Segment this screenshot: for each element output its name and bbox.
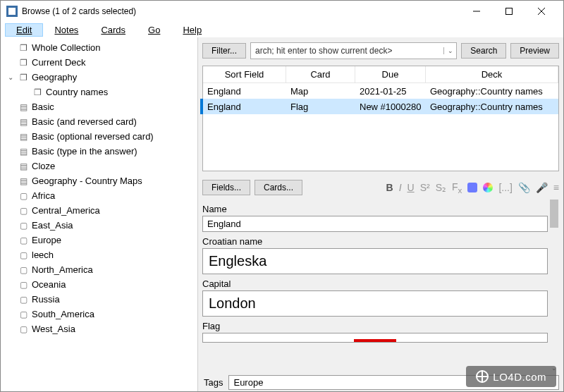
sidebar-item-label: Basic (optional reversed card) xyxy=(32,131,154,142)
flag-field[interactable] xyxy=(202,333,548,343)
sidebar-item[interactable]: ▤Basic (optional reversed card) xyxy=(1,129,197,144)
main-panel: Filter... arch; hit enter to show curren… xyxy=(198,37,563,391)
table-row[interactable]: EnglandMap2021-01-25Geography::Country n… xyxy=(203,83,558,99)
italic-icon[interactable]: I xyxy=(399,182,402,193)
table-cell: Geography::Country names xyxy=(426,83,558,99)
bold-icon[interactable]: B xyxy=(386,182,393,193)
sidebar-item-label: Cloze xyxy=(32,161,55,171)
th-due[interactable]: Due xyxy=(355,66,426,82)
sidebar-item[interactable]: ❐Whole Collection xyxy=(1,40,197,55)
format-icons: B I U S² S₂ Fx [...] 📎 🎤 ≡ xyxy=(386,181,560,195)
underline-icon[interactable]: U xyxy=(407,182,415,193)
menu-help[interactable]: Help xyxy=(171,23,213,37)
chevron-icon[interactable]: ⌄ xyxy=(6,73,15,81)
sidebar-item[interactable]: ▢Oceania xyxy=(1,277,197,292)
text-color-icon[interactable] xyxy=(467,183,477,192)
menu-cards[interactable]: Cards xyxy=(90,23,137,37)
sidebar-item-label: Europe xyxy=(32,235,61,245)
field-label: Name xyxy=(202,204,548,214)
sidebar-item[interactable]: ▢West_Asia xyxy=(1,321,197,336)
menu-notes[interactable]: Notes xyxy=(43,23,90,37)
sidebar-item[interactable]: ▤Basic (type in the answer) xyxy=(1,144,197,159)
sidebar-item[interactable]: ▢Africa xyxy=(1,188,197,203)
preview-button[interactable]: Preview xyxy=(510,43,559,59)
window-title: Browse (1 of 2 cards selected) xyxy=(22,6,460,16)
cards-icon: ❐ xyxy=(18,57,29,68)
sidebar-item[interactable]: ▢leech xyxy=(1,247,197,262)
sidebar-item[interactable]: ▢Europe xyxy=(1,233,197,247)
more-icon[interactable]: ≡ xyxy=(553,182,559,193)
sidebar-item-label: Russia xyxy=(32,294,60,305)
superscript-icon[interactable]: S² xyxy=(420,182,430,193)
flag-image xyxy=(354,339,396,342)
sidebar-item[interactable]: ▢North_America xyxy=(1,262,197,277)
sidebar-item-label: Basic (and reversed card) xyxy=(32,116,137,127)
field-input[interactable]: Engleska xyxy=(202,248,548,274)
book-icon: ▤ xyxy=(18,131,29,142)
sidebar-item-label: East_Asia xyxy=(32,220,73,231)
table-cell: Map xyxy=(286,83,355,99)
sidebar-item[interactable]: ▤Geography - Country Maps xyxy=(1,173,197,188)
minimize-icon xyxy=(473,8,480,15)
book-icon: ▤ xyxy=(18,161,29,172)
scrollbar-thumb[interactable] xyxy=(550,200,558,228)
sidebar-item-label: West_Asia xyxy=(32,324,75,334)
fields-button[interactable]: Fields... xyxy=(202,180,250,195)
sidebar: ❐Whole Collection❐Current Deck⌄❐Geograph… xyxy=(1,37,198,391)
attach-icon[interactable]: 📎 xyxy=(518,182,530,193)
table-cell: 2021-01-25 xyxy=(355,83,426,99)
sidebar-item[interactable]: ▤Cloze xyxy=(1,159,197,173)
sidebar-item[interactable]: ▢Central_America xyxy=(1,203,197,218)
color-picker-icon[interactable] xyxy=(483,183,493,192)
clear-format-icon[interactable]: Fx xyxy=(452,181,462,195)
sidebar-item[interactable]: ▢South_America xyxy=(1,307,197,321)
sidebar-item-label: Basic xyxy=(32,102,54,112)
fields-scrollbar[interactable]: ⌄ xyxy=(549,200,559,373)
editor-toolbar: Fields... Cards... B I U S² S₂ Fx [...] … xyxy=(202,178,559,197)
sidebar-item[interactable]: ▤Basic xyxy=(1,99,197,114)
app-icon xyxy=(6,6,18,17)
search-dropdown-icon[interactable]: ⌄ xyxy=(443,47,456,54)
sidebar-item[interactable]: ▢Russia xyxy=(1,292,197,307)
sidebar-item[interactable]: ⌄❐Geography xyxy=(1,70,197,85)
tag-icon: ▢ xyxy=(18,250,29,261)
sidebar-item[interactable]: ▢East_Asia xyxy=(1,218,197,233)
title-bar: Browse (1 of 2 cards selected) xyxy=(1,1,563,22)
filter-button[interactable]: Filter... xyxy=(202,43,246,59)
table-cell: New #1000280 xyxy=(355,99,426,114)
th-card[interactable]: Card xyxy=(286,66,355,82)
field-input[interactable]: London xyxy=(202,290,548,317)
cloze-icon[interactable]: [...] xyxy=(498,182,512,193)
minimize-button[interactable] xyxy=(460,1,493,22)
sidebar-item[interactable]: ❐Current Deck xyxy=(1,55,197,70)
menu-go[interactable]: Go xyxy=(137,23,171,37)
menu-edit[interactable]: Edit xyxy=(5,23,43,37)
tag-icon: ▢ xyxy=(18,294,29,305)
close-icon xyxy=(538,8,545,15)
search-box[interactable]: arch; hit enter to show current deck> ⌄ xyxy=(250,42,457,59)
th-deck[interactable]: Deck xyxy=(426,66,558,82)
sidebar-item[interactable]: ❐Country names xyxy=(1,85,197,99)
maximize-button[interactable] xyxy=(493,1,525,22)
sidebar-item-label: Current Deck xyxy=(32,57,86,68)
tag-icon: ▢ xyxy=(18,324,29,335)
table-cell: Geography::Country names xyxy=(426,99,558,114)
sidebar-item-label: Oceania xyxy=(32,279,66,290)
sidebar-item[interactable]: ▤Basic (and reversed card) xyxy=(1,114,197,129)
search-button[interactable]: Search xyxy=(461,43,506,59)
sidebar-item-label: Country names xyxy=(46,87,108,97)
card-table: Sort Field Card Due Deck EnglandMap2021-… xyxy=(202,66,559,171)
table-row[interactable]: EnglandFlagNew #1000280Geography::Countr… xyxy=(203,99,558,114)
sidebar-item-label: Whole Collection xyxy=(32,42,101,53)
field-input[interactable]: England xyxy=(202,216,548,232)
cards-button[interactable]: Cards... xyxy=(255,180,302,195)
record-icon[interactable]: 🎤 xyxy=(536,182,548,193)
table-cell: Flag xyxy=(286,99,355,114)
sidebar-item-label: South_America xyxy=(32,309,94,319)
th-sort-field[interactable]: Sort Field xyxy=(203,66,286,82)
subscript-icon[interactable]: S₂ xyxy=(436,182,446,193)
close-button[interactable] xyxy=(525,1,558,22)
sidebar-item-label: Africa xyxy=(32,190,55,201)
field-label: Capital xyxy=(202,278,548,289)
sidebar-item-label: Central_America xyxy=(32,205,100,216)
